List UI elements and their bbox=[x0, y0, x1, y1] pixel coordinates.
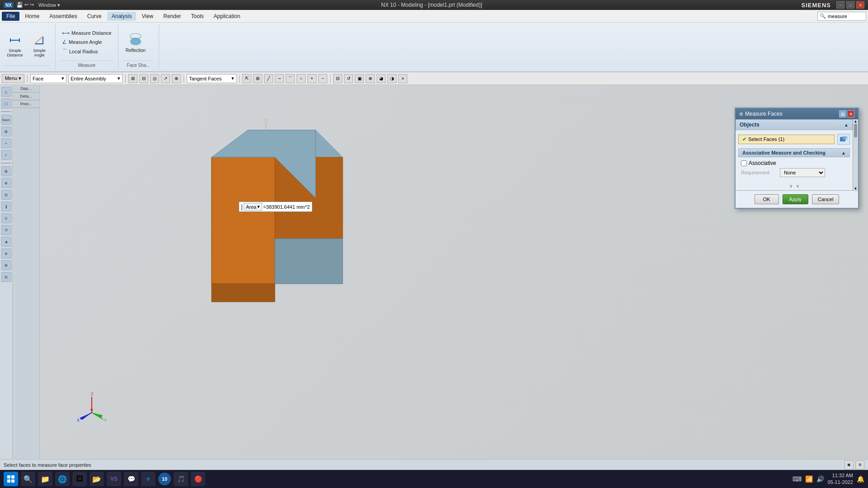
nav-icon-11[interactable]: ⊛ bbox=[1, 249, 11, 258]
select-filter-dropdown[interactable]: Face ▾ bbox=[30, 74, 66, 83]
viewport[interactable]: | Area ▾ =383901.6441 mm^2 Z Y X bbox=[40, 85, 868, 459]
telegram-button[interactable]: ✈ bbox=[141, 472, 156, 486]
toolbar-icon-15[interactable]: ↺ bbox=[344, 74, 353, 83]
render-menu[interactable]: Render bbox=[159, 12, 185, 21]
nav-icon-3[interactable]: ✓ bbox=[1, 150, 11, 160]
whatsapp-button[interactable]: 💬 bbox=[124, 472, 138, 486]
tangent-filter-dropdown[interactable]: Tangent Faces ▾ bbox=[187, 74, 236, 83]
nav-icon-9[interactable]: ⏱ bbox=[1, 225, 11, 235]
close-button[interactable]: ✕ bbox=[856, 1, 864, 9]
status-btn-1[interactable]: ▣ bbox=[844, 460, 854, 469]
local-radius-button[interactable]: ⌒ Local Radius bbox=[60, 47, 113, 56]
toolbar-icon-11[interactable]: ○ bbox=[297, 74, 306, 83]
curve-menu[interactable]: Curve bbox=[83, 12, 106, 21]
apply-button[interactable]: Apply bbox=[783, 194, 809, 204]
scrollbar-thumb[interactable] bbox=[854, 124, 857, 137]
redo-icon[interactable]: ↪ bbox=[30, 2, 34, 8]
start-button[interactable] bbox=[4, 472, 18, 486]
scope-filter-dropdown[interactable]: Entire Assembly ▾ bbox=[68, 74, 123, 83]
edge-browser-button[interactable]: 🌐 bbox=[55, 472, 70, 486]
measure-type-dropdown[interactable]: Area ▾ bbox=[244, 203, 262, 211]
scrollbar-down-button[interactable]: ▼ bbox=[853, 187, 858, 190]
nav-icon-8[interactable]: ⊙ bbox=[1, 213, 11, 223]
toolbar-icon-14[interactable]: ⊟ bbox=[333, 74, 342, 83]
cancel-button[interactable]: Cancel bbox=[812, 194, 839, 204]
toolbar-icon-2[interactable]: ⊟ bbox=[139, 74, 148, 83]
nav-icon-1[interactable]: ⊞ bbox=[1, 127, 11, 136]
toolbar-icon-10[interactable]: ⌒ bbox=[286, 74, 295, 83]
toolbar-icon-19[interactable]: ◑ bbox=[387, 74, 396, 83]
select-faces-button[interactable]: ✔ Select Faces (1) bbox=[738, 135, 835, 144]
toolbar-icon-16[interactable]: ▣ bbox=[355, 74, 364, 83]
notification-icon[interactable]: 🔔 bbox=[857, 475, 864, 483]
toolbar-icon-5[interactable]: ⊕ bbox=[172, 74, 181, 83]
status-btn-2[interactable]: ⊞ bbox=[855, 460, 864, 469]
volume-icon[interactable]: 🔊 bbox=[816, 475, 824, 483]
measure-angle-button[interactable]: ∠ Measure Angle bbox=[60, 38, 113, 46]
ok-button[interactable]: OK bbox=[755, 194, 779, 204]
search-input[interactable] bbox=[828, 14, 864, 19]
deta-tab[interactable]: Deta... bbox=[13, 93, 39, 100]
view-menu[interactable]: View bbox=[137, 12, 158, 21]
nav-icon-4[interactable]: ⊞ bbox=[1, 166, 11, 176]
select-faces-icon-button[interactable] bbox=[837, 134, 850, 145]
nav-icon-12[interactable]: ⊞ bbox=[1, 260, 11, 270]
nav-icon-7[interactable]: ℹ bbox=[1, 202, 11, 211]
toolbar-icon-20[interactable]: » bbox=[398, 74, 407, 83]
home-menu[interactable]: Home bbox=[20, 12, 44, 21]
assoc-section-header[interactable]: Associative Measure and Checking ▲ bbox=[738, 148, 850, 157]
nav-icon-2[interactable]: + bbox=[1, 138, 11, 148]
expand-down-icon[interactable]: ∨ bbox=[789, 183, 793, 188]
nav-box-icon[interactable]: □ bbox=[1, 99, 11, 108]
dialog-close-button[interactable]: ✕ bbox=[847, 110, 854, 117]
toolbar-icon-7[interactable]: ⊞ bbox=[253, 74, 262, 83]
file-menu[interactable]: File bbox=[2, 12, 19, 21]
toolbar-icon-8[interactable]: ╱ bbox=[264, 74, 273, 83]
save-icon[interactable]: 💾 bbox=[16, 2, 23, 8]
reflection-button[interactable]: Reflection bbox=[123, 31, 148, 55]
toolbar-icon-1[interactable]: ⊞ bbox=[128, 74, 137, 83]
photos-button[interactable]: 🖼 bbox=[72, 472, 87, 486]
collapse-up-icon[interactable]: ∨ bbox=[796, 183, 799, 188]
dialog-expand-button[interactable]: ⊞ bbox=[839, 110, 846, 117]
analysis-menu[interactable]: Analysis bbox=[107, 12, 137, 21]
measure-distance-button[interactable]: ⟷ Measure Distance bbox=[60, 29, 113, 37]
dialog-scrollbar[interactable]: ▲ ▼ bbox=[853, 119, 858, 190]
toolbar-icon-3[interactable]: ◎ bbox=[150, 74, 159, 83]
toolbar-icon-9[interactable]: ∼ bbox=[275, 74, 284, 83]
toolbar-icon-6[interactable]: ⇱ bbox=[242, 74, 251, 83]
music-button[interactable]: 🎵 bbox=[174, 472, 188, 486]
menu-toolbar-button[interactable]: Menu ▾ bbox=[2, 74, 24, 83]
requirement-dropdown[interactable]: None bbox=[780, 168, 825, 177]
extra-button[interactable]: 🔴 bbox=[191, 472, 205, 486]
simple-angle-button[interactable]: SimpleAngle bbox=[28, 31, 51, 59]
nav-icon-13[interactable]: ⊟ bbox=[1, 272, 11, 282]
toolbar-icon-18[interactable]: ◕ bbox=[377, 74, 386, 83]
keyboard-icon[interactable]: ⌨ bbox=[793, 475, 802, 483]
objects-expand-icon[interactable]: ▲ bbox=[844, 122, 849, 127]
file-explorer-button[interactable]: 📁 bbox=[38, 472, 52, 486]
nav-parts-icon[interactable]: Nam bbox=[1, 115, 11, 125]
dep-tab[interactable]: Dep... bbox=[13, 85, 39, 93]
prev-tab[interactable]: Prev... bbox=[13, 100, 39, 108]
toolbar-icon-13[interactable]: − bbox=[318, 74, 327, 83]
nav-icon-5[interactable]: ⊕ bbox=[1, 178, 11, 188]
toolbar-icon-17[interactable]: ⊕ bbox=[366, 74, 375, 83]
folder-button[interactable]: 📂 bbox=[90, 472, 104, 486]
window-menu[interactable]: Window ▾ bbox=[37, 2, 62, 8]
nx-badge-button[interactable]: 10 bbox=[158, 473, 171, 485]
assemblies-menu[interactable]: Assemblies bbox=[45, 12, 81, 21]
toolbar-icon-4[interactable]: ↗ bbox=[161, 74, 170, 83]
application-menu[interactable]: Application bbox=[209, 12, 245, 21]
simple-distance-button[interactable]: SimpleDistance bbox=[4, 31, 26, 59]
nav-icon-10[interactable]: ◈ bbox=[1, 237, 11, 247]
nav-home-icon[interactable]: ⌂ bbox=[1, 87, 11, 97]
restore-button[interactable]: □ bbox=[846, 1, 854, 9]
tools-menu[interactable]: Tools bbox=[187, 12, 208, 21]
search-taskbar-button[interactable]: 🔍 bbox=[21, 472, 35, 486]
associative-checkbox[interactable] bbox=[741, 160, 747, 166]
taskbar-clock[interactable]: 11:32 AM 05-11-2022 bbox=[828, 472, 853, 486]
nav-icon-6[interactable]: ⊟ bbox=[1, 190, 11, 200]
network-icon[interactable]: 📶 bbox=[805, 475, 813, 483]
scrollbar-up-button[interactable]: ▲ bbox=[853, 119, 858, 123]
